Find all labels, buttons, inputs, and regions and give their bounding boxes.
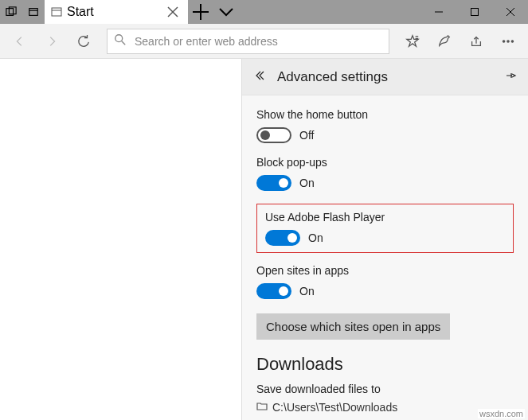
svg-point-14 (115, 34, 123, 41)
svg-rect-4 (52, 8, 61, 16)
toggle-state: On (299, 285, 315, 298)
svg-line-15 (122, 41, 125, 44)
svg-point-21 (507, 40, 509, 41)
svg-rect-11 (471, 9, 478, 16)
setting-block-popups: Block pop-ups On (256, 156, 514, 191)
downloads-path: C:\Users\Test\Downloads (272, 401, 397, 414)
search-icon (114, 33, 127, 49)
close-tab-icon[interactable] (166, 5, 180, 19)
toggle-state: On (299, 177, 315, 189)
back-button[interactable] (5, 27, 35, 56)
favorites-button[interactable] (397, 27, 428, 56)
refresh-button[interactable] (68, 27, 99, 56)
toggle-state: On (308, 231, 323, 244)
tabs-preview-icon[interactable] (22, 6, 45, 18)
watermark: wsxdn.com (478, 409, 525, 418)
title-bar-left: Start (0, 0, 239, 24)
address-bar[interactable] (107, 29, 389, 54)
flash-toggle[interactable] (265, 230, 300, 246)
set-aside-tabs-icon[interactable] (0, 6, 22, 18)
toggle-state: Off (299, 129, 314, 142)
svg-point-20 (503, 40, 504, 41)
panel-body: Show the home button Off Block pop-ups O… (242, 95, 528, 420)
panel-back-button[interactable] (253, 69, 266, 85)
choose-sites-button[interactable]: Choose which sites open in apps (256, 313, 450, 340)
setting-label: Show the home button (256, 108, 514, 121)
address-input[interactable] (133, 34, 382, 49)
share-button[interactable] (461, 27, 491, 56)
tab-preview-toggle-icon[interactable] (213, 0, 239, 25)
open-in-apps-toggle[interactable] (256, 283, 291, 299)
flash-highlight-box: Use Adobe Flash Player On (256, 204, 514, 253)
tab-favicon-icon (51, 6, 62, 18)
close-window-button[interactable] (492, 0, 528, 24)
svg-marker-16 (407, 35, 418, 46)
content-area: Advanced settings Show the home button O… (0, 59, 528, 420)
panel-header: Advanced settings (242, 59, 528, 95)
block-popups-toggle[interactable] (256, 175, 291, 191)
setting-flash: Use Adobe Flash Player On (265, 211, 505, 246)
folder-icon (256, 400, 268, 414)
downloads-save-label: Save downloaded files to (256, 383, 514, 395)
toolbar (0, 24, 528, 59)
browser-tab[interactable]: Start (45, 0, 188, 24)
svg-point-22 (511, 40, 513, 41)
downloads-path-row: C:\Users\Test\Downloads (256, 400, 514, 414)
setting-label: Open sites in apps (256, 264, 514, 277)
minimize-button[interactable] (420, 0, 456, 24)
setting-label: Block pop-ups (256, 156, 514, 169)
notes-button[interactable] (429, 27, 460, 56)
window-controls (420, 0, 528, 24)
settings-panel: Advanced settings Show the home button O… (241, 59, 528, 420)
home-button-toggle[interactable] (256, 127, 291, 143)
tab-title: Start (67, 5, 94, 19)
maximize-button[interactable] (456, 0, 492, 24)
title-bar: Start (0, 0, 528, 24)
forward-button[interactable] (37, 27, 67, 56)
setting-home-button: Show the home button Off (256, 108, 514, 143)
new-tab-button[interactable] (188, 0, 213, 25)
svg-rect-2 (29, 9, 38, 16)
more-button[interactable] (493, 27, 523, 56)
setting-open-in-apps: Open sites in apps On (256, 264, 514, 299)
setting-label: Use Adobe Flash Player (265, 211, 505, 224)
panel-title: Advanced settings (277, 69, 388, 85)
downloads-heading: Downloads (256, 354, 514, 375)
pin-panel-button[interactable] (504, 69, 517, 85)
